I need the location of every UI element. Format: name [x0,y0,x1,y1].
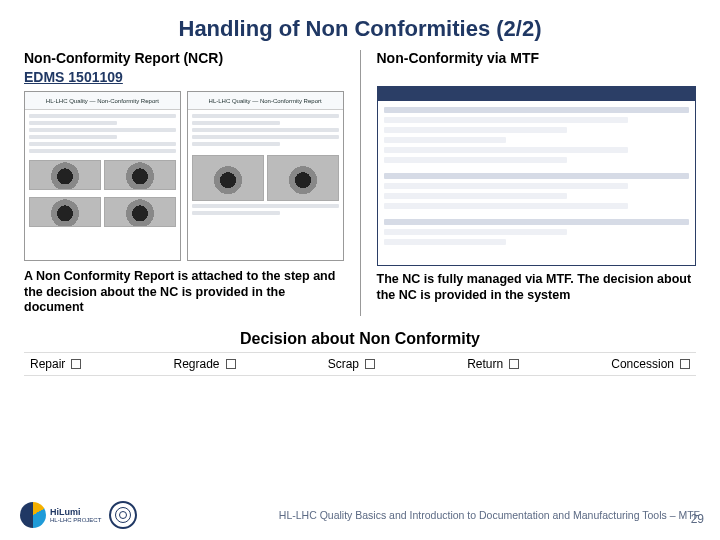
checkbox-icon [680,359,690,369]
option-label: Repair [30,357,65,371]
decision-option: Concession [611,357,690,371]
option-label: Concession [611,357,674,371]
ncr-thumbnails: HL-LHC Quality — Non-Conformity Report H… [24,91,344,261]
part-photo-icon [104,197,176,227]
option-label: Regrade [173,357,219,371]
option-label: Scrap [328,357,359,371]
checkbox-icon [71,359,81,369]
part-photo-icon [29,197,101,227]
hilumi-logo-subtext: HL-LHC PROJECT [50,517,101,523]
left-heading: Non-Conformity Report (NCR) [24,50,344,66]
part-photo-icon [29,160,101,190]
part-photo-icon [267,155,339,201]
hilumi-logo: HiLumi HL-LHC PROJECT [20,502,101,528]
part-photo-icon [104,160,176,190]
slide-footer: HiLumi HL-LHC PROJECT HL-LHC Quality Bas… [0,490,720,540]
page-number: 29 [691,512,704,526]
two-column-layout: Non-Conformity Report (NCR) EDMS 1501109… [24,50,696,316]
decision-option: Scrap [328,357,375,371]
thumb-header: HL-LHC Quality — Non-Conformity Report [188,92,343,110]
right-heading: Non-Conformity via MTF [377,50,697,66]
decision-option: Regrade [173,357,235,371]
decision-option: Return [467,357,519,371]
page-title: Handling of Non Conformities (2/2) [24,16,696,42]
column-divider [360,50,361,316]
decision-option: Repair [30,357,81,371]
ncr-page-1-thumb: HL-LHC Quality — Non-Conformity Report [24,91,181,261]
edms-link[interactable]: EDMS 1501109 [24,69,123,85]
checkbox-icon [226,359,236,369]
mtf-screenshot [377,86,697,266]
part-photo-icon [192,155,264,201]
hilumi-logo-text: HiLumi [50,507,101,517]
checkbox-icon [509,359,519,369]
mtf-header-bar [378,87,696,101]
decision-title: Decision about Non Conformity [24,330,696,348]
hilumi-swirl-icon [20,502,46,528]
cern-logo-icon [109,501,137,529]
footer-logos: HiLumi HL-LHC PROJECT [20,501,137,529]
checkbox-icon [365,359,375,369]
left-column: Non-Conformity Report (NCR) EDMS 1501109… [24,50,344,316]
right-caption: The NC is fully managed via MTF. The dec… [377,272,697,303]
left-caption: A Non Conformity Report is attached to t… [24,269,344,316]
thumb-header: HL-LHC Quality — Non-Conformity Report [25,92,180,110]
option-label: Return [467,357,503,371]
footer-text: HL-LHC Quality Basics and Introduction t… [279,509,700,521]
decision-options-row: Repair Regrade Scrap Return Concession [24,352,696,376]
right-column: Non-Conformity via MTF The NC is fully m… [377,50,697,316]
ncr-page-2-thumb: HL-LHC Quality — Non-Conformity Report [187,91,344,261]
slide: Handling of Non Conformities (2/2) Non-C… [0,0,720,540]
